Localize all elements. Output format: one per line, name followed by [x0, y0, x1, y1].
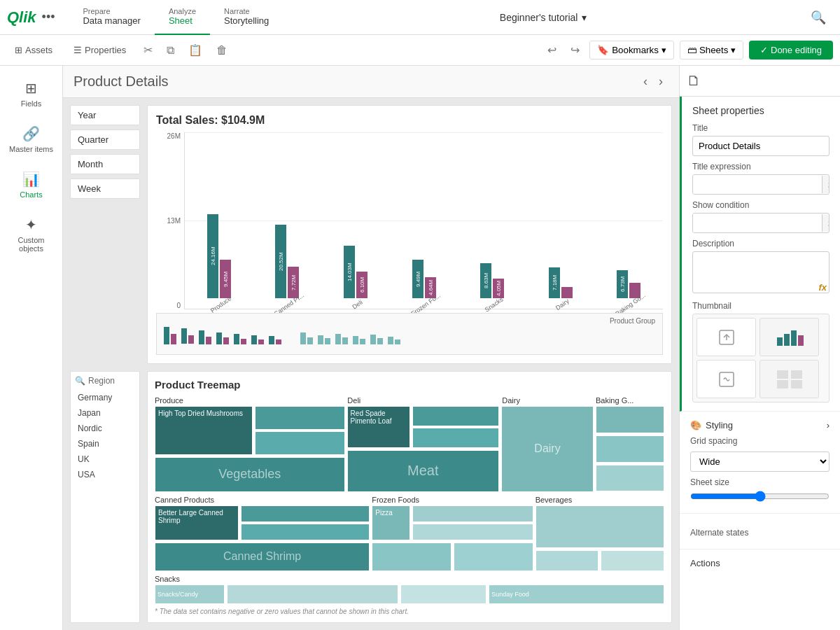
sheet-properties-section: Sheet properties Title Title expression …	[680, 97, 840, 412]
bookmarks-button[interactable]: 🔖 Bookmarks ▾	[589, 41, 674, 59]
nav-narrate[interactable]: Narrate Storytelling	[210, 0, 283, 35]
sidebar-item-masteritems-label: Master items	[9, 145, 53, 153]
region-item-spain[interactable]: Spain	[75, 438, 135, 450]
svg-rect-36	[791, 380, 802, 388]
bar-baking-teal: 6.73M	[617, 270, 628, 298]
bar-group-snacks: 8.63M 4.05M Snacks	[461, 263, 523, 309]
sheets-button[interactable]: 🗃 Sheets ▾	[680, 41, 744, 59]
thumbnail-upload-button[interactable]	[696, 318, 756, 356]
treemap-canned-small	[241, 505, 370, 540]
show-condition-input[interactable]	[693, 214, 822, 232]
bar-chart-wrapper: 26M 13M 0	[156, 132, 663, 355]
region-item-japan[interactable]: Japan	[75, 407, 135, 419]
nav-dots[interactable]: •••	[42, 10, 55, 24]
show-condition-label: Show condition	[692, 200, 830, 210]
y-label-13m: 13M	[167, 217, 181, 225]
filter-quarter[interactable]: Quarter	[70, 130, 140, 150]
filter-week[interactable]: Week	[70, 178, 140, 199]
undo-button[interactable]: ↩	[543, 41, 561, 59]
svg-rect-5	[206, 337, 211, 344]
bar-frozen-teal: 9.49M	[412, 260, 424, 298]
title-input[interactable]	[692, 136, 830, 156]
title-expr-input[interactable]	[693, 175, 822, 194]
nav-analyze[interactable]: Analyze Sheet	[155, 0, 210, 35]
treemap-label-deli: Deli	[347, 396, 500, 405]
sheet-prev-button[interactable]: ‹	[638, 71, 653, 92]
bar-chart-area: 26M 13M 0	[156, 132, 663, 309]
svg-rect-22	[370, 335, 376, 344]
region-item-germany[interactable]: Germany	[75, 391, 135, 404]
description-fx-button[interactable]: fx	[818, 282, 827, 293]
svg-rect-33	[777, 370, 788, 379]
sidebar-item-customobjects[interactable]: ✦ Custom objects	[4, 209, 59, 260]
treemap-label-frozen: Frozen Foods	[372, 496, 533, 504]
search-icon[interactable]: 🔍	[804, 3, 833, 32]
treemap-area: Produce Deli Dairy Baking G... High Top …	[155, 396, 664, 604]
assets-button[interactable]: ⊞ Assets	[7, 41, 60, 59]
alt-states-section: Alternate states	[680, 514, 840, 550]
sidebar-item-charts[interactable]: 📊 Charts	[4, 164, 59, 206]
treemap-high-top-mushrooms: High Top Dried Mushrooms	[155, 406, 253, 455]
treemap-frozen-b2	[454, 542, 533, 571]
svg-rect-21	[360, 339, 365, 344]
svg-rect-8	[234, 334, 239, 344]
description-input[interactable]	[692, 251, 830, 293]
bar-chart-container: Total Sales: $104.9M 26M 13M 0	[147, 105, 672, 364]
svg-rect-20	[353, 336, 358, 344]
svg-rect-14	[300, 332, 306, 344]
svg-rect-10	[251, 335, 257, 344]
customobjects-icon: ✦	[25, 216, 37, 233]
region-item-usa[interactable]: USA	[75, 468, 135, 481]
properties-icon: ☰	[74, 45, 82, 55]
paste-button[interactable]: 📋	[184, 41, 206, 59]
treemap-second-labels: Canned Products Frozen Foods Beverages	[155, 496, 664, 504]
svg-rect-11	[258, 340, 264, 344]
title-expr-fx-button[interactable]: fx	[822, 176, 830, 193]
region-item-uk[interactable]: UK	[75, 453, 135, 465]
tutorial-button[interactable]: Beginner's tutorial ▾	[500, 12, 587, 23]
copy-button[interactable]: ⧉	[162, 41, 178, 59]
svg-rect-34	[791, 370, 802, 379]
filter-month[interactable]: Month	[70, 154, 140, 174]
redo-button[interactable]: ↪	[566, 41, 584, 59]
treemap-frozen-sm1	[412, 505, 533, 522]
bookmarks-label: Bookmarks	[612, 45, 659, 55]
thumbnail-add-button[interactable]	[696, 360, 756, 398]
properties-button[interactable]: ☰ Properties	[66, 41, 134, 59]
sheet-next-button[interactable]: ›	[653, 71, 668, 92]
bottom-section: 🔍 Region Germany Japan Nordic Spain UK U…	[70, 371, 672, 623]
title-label: Title	[692, 123, 830, 133]
sidebar-item-masteritems[interactable]: 🔗 Master items	[4, 118, 59, 160]
bar-produce-pink: 9.45M	[220, 260, 231, 298]
treemap-label-canned: Canned Products	[155, 496, 370, 504]
grid-spacing-select[interactable]: Wide Medium Narrow	[690, 451, 830, 472]
svg-rect-4	[199, 330, 204, 344]
nav-prepare[interactable]: Prepare Data manager	[69, 0, 154, 35]
treemap-frozen-b1	[372, 542, 451, 571]
bar-snacks-pink: 4.05M	[493, 279, 504, 298]
nav-analyze-label: Analyze	[169, 7, 196, 15]
treemap-bev-row	[536, 550, 664, 571]
treemap-frozen-sm2	[412, 524, 533, 540]
mini-chart: Product Group	[156, 313, 663, 355]
styling-row[interactable]: 🎨 Styling ›	[690, 420, 830, 430]
region-search-icon: 🔍	[75, 376, 85, 386]
sheet-size-slider[interactable]	[690, 490, 830, 503]
sidebar-item-fields[interactable]: ⊞ Fields	[4, 73, 59, 115]
filter-year[interactable]: Year	[70, 105, 140, 125]
region-label: Region	[88, 376, 115, 386]
styling-palette-icon: 🎨	[690, 420, 701, 430]
cut-button[interactable]: ✂	[139, 41, 157, 59]
delete-button[interactable]: 🗑	[212, 41, 232, 59]
treemap-cell-sm1	[255, 406, 345, 430]
thumbnail-chart-preview	[760, 318, 819, 356]
treemap-container: Product Treemap Produce Deli Dairy Bakin…	[147, 371, 672, 623]
show-condition-fx-button[interactable]: fx	[822, 214, 830, 232]
region-item-nordic[interactable]: Nordic	[75, 422, 135, 435]
svg-rect-17	[325, 338, 330, 344]
treemap-red-spade: Red Spade Pimento Loaf	[347, 406, 410, 448]
done-editing-button[interactable]: ✓ Done editing	[749, 41, 833, 59]
add-icon	[718, 371, 735, 388]
bar-dairy-pink	[561, 287, 573, 298]
treemap-canned-shrimp: Canned Shrimp	[155, 542, 370, 571]
